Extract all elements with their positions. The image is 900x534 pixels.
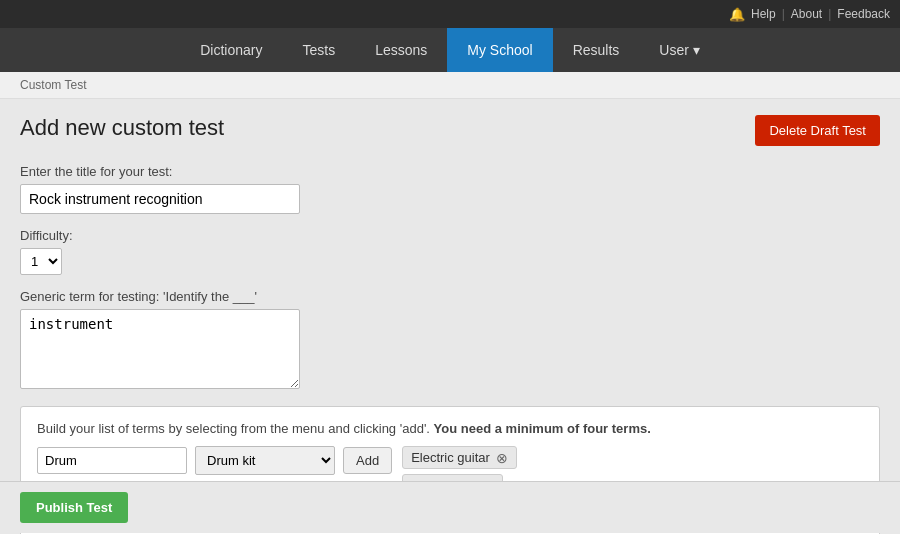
generic-term-textarea[interactable]: instrument xyxy=(20,309,300,389)
nav-item-dictionary[interactable]: Dictionary xyxy=(180,28,282,72)
title-input[interactable] xyxy=(20,184,300,214)
nav-item-user[interactable]: User ▾ xyxy=(639,28,719,72)
feedback-link[interactable]: Feedback xyxy=(837,7,890,21)
difficulty-select[interactable]: 1 2 3 4 5 xyxy=(20,248,62,275)
difficulty-section: Difficulty: 1 2 3 4 5 xyxy=(20,228,880,275)
terms-info: Build your list of terms by selecting fr… xyxy=(37,421,863,436)
terms-min-warning: You need a minimum of four terms. xyxy=(434,421,651,436)
title-label: Enter the title for your test: xyxy=(20,164,880,179)
terms-add-row: Drum kit Electric guitar Bass guitar Syn… xyxy=(37,446,392,475)
page-title: Add new custom test xyxy=(20,115,224,141)
term-text-input[interactable] xyxy=(37,447,187,474)
nav-item-myschool[interactable]: My School xyxy=(447,28,552,72)
delete-draft-button[interactable]: Delete Draft Test xyxy=(755,115,880,146)
tag-label: Electric guitar xyxy=(411,450,490,465)
about-link[interactable]: About xyxy=(791,7,822,21)
publish-test-button[interactable]: Publish Test xyxy=(20,492,128,523)
main-content: Add new custom test Delete Draft Test En… xyxy=(0,99,900,533)
breadcrumb: Custom Test xyxy=(0,72,900,99)
nav-item-tests[interactable]: Tests xyxy=(282,28,355,72)
nav-item-results[interactable]: Results xyxy=(553,28,640,72)
test-title-section: Enter the title for your test: xyxy=(20,164,880,214)
topbar: 🔔 Help | About | Feedback xyxy=(0,0,900,28)
bell-icon: 🔔 xyxy=(729,7,745,22)
difficulty-label: Difficulty: xyxy=(20,228,880,243)
add-term-button[interactable]: Add xyxy=(343,447,392,474)
help-link[interactable]: Help xyxy=(751,7,776,21)
navbar: Dictionary Tests Lessons My School Resul… xyxy=(0,28,900,72)
term-type-select[interactable]: Drum kit Electric guitar Bass guitar Syn… xyxy=(195,446,335,475)
generic-term-section: Generic term for testing: 'Identify the … xyxy=(20,289,880,392)
nav-item-lessons[interactable]: Lessons xyxy=(355,28,447,72)
generic-term-label: Generic term for testing: 'Identify the … xyxy=(20,289,880,304)
tag-item: Electric guitar ⊗ xyxy=(402,446,517,469)
tag-remove-electric-guitar[interactable]: ⊗ xyxy=(496,451,508,465)
footer: Publish Test xyxy=(0,481,900,533)
page-header: Add new custom test Delete Draft Test xyxy=(20,115,880,146)
